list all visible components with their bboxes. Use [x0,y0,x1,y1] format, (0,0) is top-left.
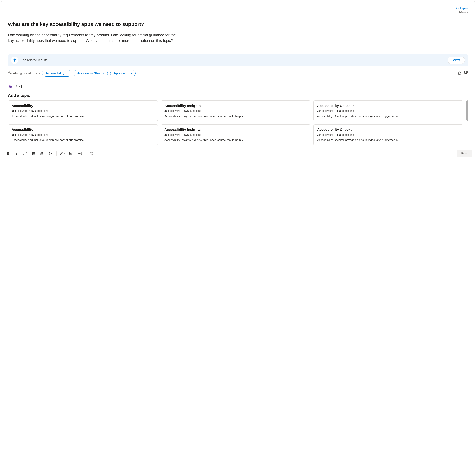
chip-accessible-shuttle[interactable]: Accessible Shuttle [74,70,108,76]
gif-button[interactable]: GIF [75,150,83,157]
card-description: Accessibility Insights is a new, free, o… [164,138,307,142]
card-title: Accessibility Insights [164,128,307,132]
card-title: Accessibility Insights [164,104,307,108]
related-results-bar: Top related results View [8,54,468,66]
link-button[interactable] [21,150,29,157]
question-title[interactable]: What are the key accessibility apps we n… [8,21,160,27]
question-body[interactable]: I am working on the accessibility requir… [8,32,179,43]
svg-text:GIF: GIF [78,153,81,154]
card-meta: 354 followers • 525 questions [164,133,307,136]
topic-input-row[interactable]: Acc [8,80,468,93]
bullet-list-button[interactable] [30,150,37,157]
topic-input[interactable]: Acc [15,84,21,88]
topic-card[interactable]: Accessibility354 followers • 525 questio… [8,124,158,145]
card-meta: 354 followers • 525 questions [164,109,307,113]
svg-point-4 [32,153,32,154]
topic-card[interactable]: Accessibility354 followers • 525 questio… [8,100,158,121]
image-button[interactable] [67,150,75,157]
card-meta: 354 followers • 525 questions [12,109,154,113]
compose-content: Collapse 56/150 What are the key accessi… [1,1,475,147]
code-button[interactable] [46,150,54,157]
add-people-button[interactable] [88,150,95,157]
thumbs-down-button[interactable] [464,71,468,76]
format-toolbar: B I 123 GIF Post [1,148,475,159]
plus-icon: + [66,71,68,75]
card-description: Accessibility Insights is a new, free, o… [164,114,307,118]
bold-button[interactable]: B [4,150,12,157]
card-description: Accessibility Checker provides alerts, n… [317,138,460,142]
numbered-list-button[interactable]: 123 [38,150,46,157]
card-description: Accessibility and inclusive design are p… [12,138,154,142]
card-meta: 354 followers • 525 questions [317,109,460,113]
svg-point-6 [32,154,32,154]
attach-button[interactable] [59,150,66,157]
svg-rect-14 [70,152,73,155]
card-description: Accessibility and inclusive design are p… [12,114,154,118]
chip-applications[interactable]: Applications [110,70,136,76]
topic-icon [8,84,12,89]
svg-point-18 [90,152,91,153]
topic-card[interactable]: Accessibility Checker354 followers • 525… [313,124,463,145]
scrollbar[interactable] [466,100,468,147]
svg-point-2 [32,152,32,153]
toolbar-separator [56,151,57,156]
topic-cards-grid: Accessibility354 followers • 525 questio… [8,100,466,147]
card-title: Accessibility [12,104,154,108]
thumbs-up-button[interactable] [457,71,461,76]
add-topic-heading: Add a topic [8,93,468,98]
card-meta: 354 followers • 525 questions [12,133,154,136]
topic-card[interactable]: Accessibility Checker354 followers • 525… [313,100,463,121]
header-row: Collapse 56/150 [8,7,468,15]
card-title: Accessibility Checker [317,104,460,108]
card-description: Accessibility Checker provides alerts, n… [317,114,460,118]
collapse-link[interactable]: Collapse [456,7,468,10]
card-title: Accessibility Checker [317,128,460,132]
view-button[interactable]: View [447,57,465,64]
char-counter: 56/150 [456,10,468,14]
sparkle-icon [8,71,12,76]
lightbulb-icon [11,57,18,64]
svg-point-19 [92,152,92,153]
card-title: Accessibility [12,128,154,132]
post-button[interactable]: Post [457,150,472,157]
svg-text:3: 3 [40,154,41,155]
ai-suggested-row: AI-suggested topics Accessibility+ Acces… [8,70,468,80]
ai-suggested-label: AI-suggested topics [13,71,40,75]
chevron-down-icon [63,152,65,154]
topic-card[interactable]: Accessibility Insights354 followers • 52… [161,124,311,145]
related-label: Top related results [21,58,47,62]
svg-point-1 [9,86,12,88]
italic-button[interactable]: I [13,150,21,157]
compose-window: Collapse 56/150 What are the key accessi… [1,1,475,159]
card-meta: 354 followers • 525 questions [317,133,460,136]
scrollbar-thumb[interactable] [466,100,468,121]
topic-card[interactable]: Accessibility Insights354 followers • 52… [161,100,311,121]
chip-accessibility[interactable]: Accessibility+ [42,70,71,76]
